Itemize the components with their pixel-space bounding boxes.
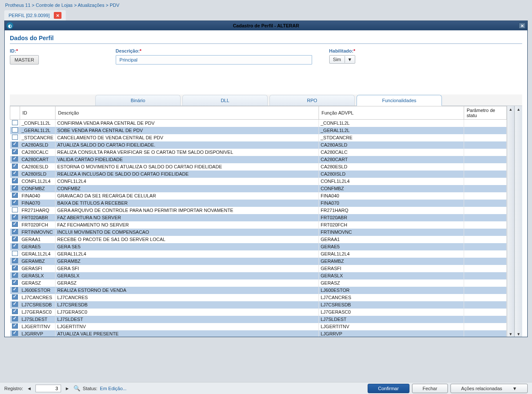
row-checkbox[interactable] xyxy=(12,120,18,125)
table-row[interactable]: _STDCANCRECANCELAMENTO DE VENDA CENTRAL … xyxy=(10,134,507,141)
row-checkbox[interactable] xyxy=(12,127,18,132)
table-row[interactable]: FINA070BAIXA DE TITULOS A RECEBERFINA070 xyxy=(10,200,507,207)
row-checkbox[interactable] xyxy=(12,316,18,321)
table-row[interactable]: GERASZGERASZGERASZ xyxy=(10,279,507,287)
chevron-down-icon[interactable]: ▼ xyxy=(345,56,355,63)
row-checkbox[interactable] xyxy=(12,265,18,271)
col-id[interactable]: ID xyxy=(20,106,56,120)
cell-param xyxy=(464,141,507,149)
data-grid[interactable]: ID Descrição Função ADVPL Parâmetro de s… xyxy=(10,106,507,337)
table-row[interactable]: CA280CARTVALIDA CARTAO FIDELIDADECA280CA… xyxy=(10,156,507,163)
vertical-scrollbar-inner[interactable]: ▲ ▼ xyxy=(507,106,514,337)
next-record-icon[interactable]: ► xyxy=(64,386,71,391)
cell-param xyxy=(464,149,507,156)
table-row[interactable]: GERAL1L2L4GERAL1L2L4GERAL1L2L4 xyxy=(10,250,507,258)
table-row[interactable]: LJGRRVPATUALIZA VALE PRESENTELJGRRVP xyxy=(10,330,507,337)
table-row[interactable]: CONFL1L2L4CONFL1L2L4CONFL1L2L4 xyxy=(10,178,507,185)
registro-input[interactable] xyxy=(35,385,61,392)
table-row[interactable]: FINA040GRAVACAO DA SE1 RECARGA DE CELULA… xyxy=(10,192,507,200)
table-row[interactable]: LJGERTITNVLJGERTITNVLJGERTITNV xyxy=(10,323,507,330)
row-checkbox[interactable] xyxy=(12,135,18,140)
tab-binario[interactable]: Binário xyxy=(95,95,181,106)
table-row[interactable]: CA280CALCREALIZA CONSULTA PARA VERIFICAR… xyxy=(10,149,507,156)
row-checkbox[interactable] xyxy=(12,178,18,183)
row-checkbox[interactable] xyxy=(12,142,18,147)
scroll-down-icon[interactable]: ▼ xyxy=(515,331,522,337)
cell-descricao: FAZ ABERTURA NO SERVER xyxy=(56,214,319,221)
row-checkbox[interactable] xyxy=(12,280,18,285)
row-checkbox[interactable] xyxy=(12,309,18,314)
content-area: Dados do Perfil ID:* MASTER Descrição:* … xyxy=(5,30,527,337)
table-row[interactable]: GERASLXGERASLXGERASLX xyxy=(10,272,507,279)
row-checkbox[interactable] xyxy=(12,200,18,205)
row-checkbox[interactable] xyxy=(12,251,18,256)
table-row[interactable]: _GERAL1L2LSOBE VENDA PARA CENTRAL DE PDV… xyxy=(10,127,507,134)
cell-funcao: CA280ASLD xyxy=(319,141,464,149)
row-checkbox[interactable] xyxy=(12,164,18,169)
scroll-up-icon[interactable]: ▲ xyxy=(507,106,514,113)
row-checkbox[interactable] xyxy=(12,236,18,241)
cell-funcao: GERAMBZ xyxy=(319,258,464,265)
tab-rpo[interactable]: RPO xyxy=(269,95,355,106)
cell-param xyxy=(464,214,507,221)
fechar-button[interactable]: Fechar xyxy=(412,384,448,393)
table-row[interactable]: GERASFIGERA SFIGERASFI xyxy=(10,265,507,272)
table-row[interactable]: FR271HARQGERA ARQUIVO DE CONTROLE PARA N… xyxy=(10,207,507,214)
table-row[interactable]: CA280ISLDREALIZA A INCLUSAO DE SALDO DO … xyxy=(10,171,507,178)
descricao-input[interactable]: Principal xyxy=(116,55,312,65)
col-descricao[interactable]: Descrição xyxy=(56,106,319,120)
row-checkbox[interactable] xyxy=(12,229,18,234)
table-row[interactable]: _CONFL1L2LCONFIRMA VENDA PARA CENTRAL DE… xyxy=(10,120,507,127)
search-icon[interactable]: 🔍 xyxy=(73,385,80,391)
row-checkbox[interactable] xyxy=(12,294,18,300)
row-checkbox[interactable] xyxy=(12,215,18,220)
cell-descricao: ATUALIZA SALDO DO CARTAO FIDELIDADE. xyxy=(56,141,319,149)
row-checkbox[interactable] xyxy=(12,323,18,329)
table-row[interactable]: LJ7GERASC0LJ7GERASC0LJ7GERASC0 xyxy=(10,309,507,316)
table-row[interactable]: LJ7CSRESDBLJ7CSRESDBLJ7CSRESDB xyxy=(10,301,507,309)
row-checkbox[interactable] xyxy=(12,244,18,249)
table-row[interactable]: CONFMBZCONFMBZCONFMBZ xyxy=(10,185,507,192)
row-checkbox[interactable] xyxy=(12,156,18,162)
scroll-up-icon[interactable]: ▲ xyxy=(515,106,522,113)
app-tab-perfil[interactable]: PERFIL [02.9.0099] ✕ xyxy=(4,10,66,21)
tab-funcionalidades[interactable]: Funcionalidades xyxy=(357,95,442,106)
row-checkbox[interactable] xyxy=(12,149,18,154)
table-row[interactable]: GERAE5GERA SE5GERAE5 xyxy=(10,243,507,250)
window-close-icon[interactable]: ✕ xyxy=(519,23,526,29)
table-row[interactable]: FRT020FCHFAZ FECHAMENTO NO SERVERFRT020F… xyxy=(10,221,507,229)
table-row[interactable]: GERAMBZGERAMBZGERAMBZ xyxy=(10,258,507,265)
row-checkbox[interactable] xyxy=(12,331,18,336)
row-checkbox[interactable] xyxy=(12,302,18,307)
row-checkbox[interactable] xyxy=(12,185,18,191)
footer-bar: Registro: ◄ ► 🔍 Status: Em Edição... Con… xyxy=(0,382,532,394)
row-checkbox[interactable] xyxy=(12,171,18,176)
table-row[interactable]: LJ600ESTORREALIZA ESTORNO DE VENDALJ600E… xyxy=(10,287,507,294)
table-row[interactable]: CA280ESLDESTORNA O MOVIMENTO E ATUALIZA … xyxy=(10,163,507,171)
row-checkbox[interactable] xyxy=(12,287,18,292)
table-row[interactable]: FRT020ABRFAZ ABERTURA NO SERVERFRT020ABR xyxy=(10,214,507,221)
table-row[interactable]: CA280ASLDATUALIZA SALDO DO CARTAO FIDELI… xyxy=(10,141,507,149)
row-checkbox[interactable] xyxy=(12,258,18,263)
table-row[interactable]: LJ7CANCRESLJ7CANCRESLJ7CANCRES xyxy=(10,294,507,301)
table-row[interactable]: GERAA1RECEBE O PACOTE DE SA1 DO SERVER L… xyxy=(10,236,507,243)
row-checkbox[interactable] xyxy=(12,193,18,198)
id-input[interactable]: MASTER xyxy=(10,55,39,65)
row-checkbox[interactable] xyxy=(12,207,18,212)
table-row[interactable]: FRTINMOVNCINCLUI MOVIMENTO DE COMPENSACA… xyxy=(10,229,507,236)
cell-descricao: REALIZA ESTORNO DE VENDA xyxy=(56,287,319,294)
vertical-scrollbar-outer[interactable]: ▲ ▼ xyxy=(514,106,522,337)
col-funcao[interactable]: Função ADVPL xyxy=(319,106,464,120)
close-icon[interactable]: ✕ xyxy=(54,12,61,19)
scroll-down-icon[interactable]: ▼ xyxy=(507,331,514,337)
acoes-relacionadas-button[interactable]: Ações relacionadas ▼ xyxy=(450,384,528,393)
row-checkbox[interactable] xyxy=(12,273,18,278)
prev-record-icon[interactable]: ◄ xyxy=(26,386,33,391)
row-checkbox[interactable] xyxy=(12,222,18,227)
confirmar-button[interactable]: Confirmar xyxy=(368,384,409,393)
habilitado-select[interactable]: Sim ▼ xyxy=(329,55,355,64)
tab-dll[interactable]: DLL xyxy=(182,95,268,106)
cell-descricao: GRAVACAO DA SE1 RECARGA DE CELULAR xyxy=(56,192,319,200)
col-param[interactable]: Parâmetro de statu xyxy=(464,106,507,120)
table-row[interactable]: LJ7SLDESTLJ7SLDESTLJ7SLDEST xyxy=(10,316,507,323)
